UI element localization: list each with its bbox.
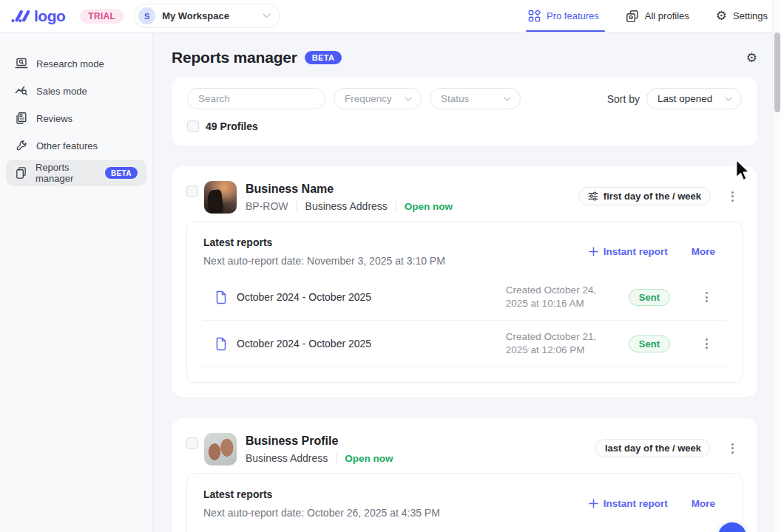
workspace-avatar: S [138,7,155,24]
divider [297,201,297,211]
laptop-search-icon [15,57,28,70]
report-created: Created October 21, 2025 at 12:06 PM [506,330,618,357]
logo-icon [10,8,30,24]
report-row[interactable]: October 2024 - October 2025 Created Octo… [203,274,726,321]
beta-badge: BETA [105,167,138,179]
instant-report-button[interactable]: Instant report [589,246,668,257]
sort-select[interactable]: Last opened [646,88,742,109]
report-title: October 2024 - October 2025 [237,338,371,349]
nav-label: All profiles [645,10,689,21]
profiles-count: 49 Profiles [206,120,258,132]
more-button[interactable]: More [692,246,715,257]
status-placeholder: Status [441,93,469,104]
created-line1: Created October 21, [506,331,596,342]
business-thumbnail [204,181,237,214]
schedule-badge[interactable]: last day of the / week [595,439,711,457]
business-card: Business Profile Business Address Open n… [172,418,757,532]
next-report-date: Next auto-report date: November 3, 2025 … [203,255,445,267]
status-badge: Sent [629,335,670,352]
grid-icon [528,10,541,22]
app-logo[interactable]: logo [10,7,65,25]
instant-report-button[interactable]: Instant report [589,498,668,509]
report-row[interactable]: October 2024 - October 2025 Created Octo… [203,321,726,367]
nav-settings[interactable]: ⚙ Settings [716,0,768,32]
section-title: Latest reports [203,236,445,248]
business-address: Business Address [246,452,328,464]
report-row[interactable]: Created October 2 [203,526,726,532]
chevron-down-icon [405,97,412,101]
topbar: logo TRIAL S My Workspace Pro features [0,0,781,33]
schedule-badge-label: last day of the / week [605,443,701,454]
search-input[interactable] [187,88,325,109]
more-button[interactable]: More [692,498,715,509]
nav-label: Settings [733,10,768,21]
sort-value: Last opened [657,93,712,104]
sidebar-item-sales-mode[interactable]: Sales mode [6,78,146,104]
nav-all-profiles[interactable]: All profiles [626,0,689,32]
instant-report-label: Instant report [604,498,668,509]
beta-badge: BETA [305,51,342,64]
divider [396,201,396,211]
more-label: More [692,246,715,257]
sidebar-item-label: Other features [36,140,98,151]
wrench-icon [15,140,28,152]
business-card: Business Name BP-ROW Business Address Op… [172,166,757,398]
sidebar-item-other-features[interactable]: Other features [6,132,146,159]
topbar-nav: Pro features All profiles ⚙ Settings [528,0,768,32]
kebab-menu-icon[interactable] [727,188,738,205]
next-report-date: Next auto-report date: October 26, 2025 … [203,507,440,519]
instant-report-label: Instant report [604,246,668,257]
frequency-select[interactable]: Frequency [334,88,422,109]
business-checkbox[interactable] [186,185,198,197]
latest-reports-panel: Latest reports Next auto-report date: Oc… [186,473,743,532]
workspace-selector[interactable]: S My Workspace [134,4,280,28]
trial-badge: TRIAL [80,9,124,24]
sidebar-item-label: Research mode [36,58,104,69]
document-icon [215,337,227,351]
sidebar-item-reports-manager[interactable]: Reports manager BETA [6,160,146,186]
divider [336,453,337,463]
sidebar: Research mode Sales mode Reviews [0,33,153,532]
report-title: October 2024 - October 2025 [237,291,371,303]
business-name: Business Profile [246,434,393,448]
status-select[interactable]: Status [430,88,521,109]
main-content: Reports manager BETA ⚙ Frequency Status … [153,33,772,532]
created-line2: 2025 at 12:06 PM [506,344,585,355]
sidebar-item-label: Sales mode [36,86,87,97]
section-title: Latest reports [203,488,440,500]
schedule-badge-label: first day of the / week [604,191,701,202]
gear-icon: ⚙ [716,10,727,22]
created-line2: 2025 at 10:16 AM [506,298,584,309]
plus-icon [589,247,598,256]
nav-label: Pro features [547,10,599,21]
scrollbar-track[interactable] [772,0,781,532]
sidebar-item-reviews[interactable]: Reviews [6,105,146,132]
plus-icon [589,499,598,508]
sort-by-label: Sort by [607,93,640,105]
documents-icon [15,166,27,180]
sidebar-item-research-mode[interactable]: Research mode [6,50,146,77]
scrollbar-thumb[interactable] [774,33,780,112]
frequency-placeholder: Frequency [345,93,392,104]
open-status: Open now [345,453,393,464]
sliders-icon [588,191,598,201]
status-badge: Sent [629,289,670,306]
nav-pro-features[interactable]: Pro features [528,0,599,32]
select-all-checkbox[interactable] [187,120,199,132]
chevron-down-icon [263,13,271,18]
schedule-badge[interactable]: first day of the / week [578,187,711,205]
kebab-menu-icon[interactable] [701,335,712,352]
business-checkbox[interactable] [186,437,198,449]
filter-panel: Frequency Status Sort by Last opened [172,77,757,146]
kebab-menu-icon[interactable] [727,440,738,457]
latest-reports-panel: Latest reports Next auto-report date: No… [186,221,743,383]
gear-icon[interactable]: ⚙ [746,52,757,64]
sidebar-item-label: Reviews [36,113,72,124]
page-header: Reports manager BETA ⚙ [172,49,757,66]
business-name: Business Name [246,183,453,196]
workspace-name: My Workspace [162,10,229,21]
page-title: Reports manager [172,49,297,66]
kebab-menu-icon[interactable] [701,289,712,305]
chart-search-icon [15,84,28,98]
report-created: Created October 24, 2025 at 10:16 AM [506,284,618,310]
